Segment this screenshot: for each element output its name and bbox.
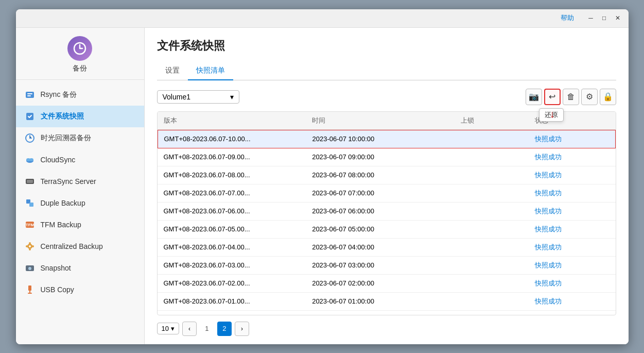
cell-version: GMT+08-2023.06.07-10.00... (164, 135, 312, 143)
cell-time: 2023-06-07 06:00:00 (312, 207, 461, 215)
sidebar-item-terrasync[interactable]: TerraSync Server (16, 171, 144, 192)
content-area: 备份 Rsync 备份 文件系统快照 (16, 28, 629, 344)
snapshot-icon (24, 262, 36, 274)
col-version: 版本 (164, 116, 312, 125)
cell-time: 2023-06-07 09:00:00 (312, 153, 461, 161)
svg-rect-24 (28, 285, 31, 291)
timemachine-label: 时光回溯器备份 (41, 133, 91, 143)
cell-time: 2023-06-07 05:00:00 (312, 225, 461, 233)
table-row[interactable]: GMT+08-2023.06.07-02.00... 2023-06-07 02… (158, 275, 616, 293)
sidebar-header: 备份 (16, 28, 144, 80)
help-button[interactable]: 帮助 (561, 13, 574, 23)
sidebar-item-cloudsync[interactable]: CloudSync (16, 149, 144, 171)
cell-time: 2023-06-07 01:00:00 (312, 297, 461, 305)
table-row[interactable]: GMT+08-2023.06.07-04.00... 2023-06-07 04… (158, 239, 616, 257)
table-row[interactable]: GMT+08-2023.06.07-09.00... 2023-06-07 09… (158, 148, 616, 166)
cell-status: 快照成功 (535, 297, 609, 306)
settings-button[interactable]: ⚙ (581, 89, 598, 105)
cell-version: GMT+08-2023.06.07-02.00... (164, 279, 312, 287)
restore-button[interactable]: ↩ ↓ 还原 (544, 89, 561, 105)
sidebar: 备份 Rsync 备份 文件系统快照 (16, 28, 145, 344)
table-row[interactable]: GMT+08-2023.06.07-10.00... 2023-06-07 10… (158, 130, 616, 148)
cell-time: 2023-06-07 04:00:00 (312, 243, 461, 251)
svg-rect-3 (27, 95, 31, 96)
table-body: GMT+08-2023.06.07-10.00... 2023-06-07 10… (158, 130, 616, 315)
sidebar-item-duple[interactable]: Duple Backup (16, 192, 144, 214)
cell-time: 2023-06-07 07:00:00 (312, 189, 461, 197)
centralized-icon (24, 241, 36, 252)
next-page-button[interactable]: › (235, 322, 249, 336)
terrasync-icon (24, 176, 36, 187)
page-2[interactable]: 2 (217, 322, 232, 336)
sidebar-item-tfm[interactable]: TFM TFM Backup (16, 214, 144, 236)
svg-rect-26 (28, 293, 32, 294)
tabs: 设置 快照清单 (157, 62, 616, 80)
cell-status: 快照成功 (535, 243, 609, 252)
cell-time: 2023-06-07 08:00:00 (312, 171, 461, 179)
close-button[interactable]: ✕ (613, 13, 622, 23)
restore-button[interactable]: □ (600, 13, 609, 23)
cell-status: 快照成功 (535, 279, 609, 288)
svg-rect-1 (26, 92, 34, 98)
lock-button[interactable]: 🔒 (600, 89, 616, 105)
svg-point-22 (28, 267, 31, 270)
cell-version: GMT+08-2023.06.07-01.00... (164, 297, 312, 305)
sidebar-item-timemachine[interactable]: 时光回溯器备份 (16, 127, 144, 149)
cloudsync-label: CloudSync (41, 156, 76, 164)
timemachine-icon (24, 132, 36, 144)
filesnapshot-icon (24, 111, 36, 122)
sidebar-item-snapshot[interactable]: Snapshot (16, 257, 144, 279)
sidebar-nav: Rsync 备份 文件系统快照 时光回溯器备份 (16, 80, 144, 344)
table-row[interactable]: GMT+08-2023.06.07-01.00... 2023-06-07 01… (158, 293, 616, 311)
svg-point-17 (29, 242, 31, 244)
volume-value: Volume1 (163, 93, 190, 101)
page-size-select[interactable]: 10 ▾ (157, 323, 179, 334)
table-row[interactable]: GMT+08-2023.06.07-07.00... 2023-06-07 07… (158, 184, 616, 203)
sidebar-item-rsync[interactable]: Rsync 备份 (16, 84, 144, 106)
rsync-icon (24, 89, 36, 100)
svg-point-18 (32, 245, 34, 247)
table-row[interactable]: GMT+08-2023.06.07-03.00... 2023-06-07 03… (158, 257, 616, 275)
duple-icon (24, 197, 36, 209)
svg-rect-12 (29, 203, 33, 207)
cell-version: GMT+08-2023.06.07-07.00... (164, 189, 312, 197)
cell-status: 快照成功 (535, 225, 609, 234)
page-size-value: 10 (162, 325, 169, 332)
volume-dropdown-icon: ▾ (230, 93, 234, 101)
cell-status: 快照成功 (535, 207, 609, 216)
svg-point-8 (29, 158, 33, 161)
snapshot-table: 版本 时间 上锁 状态 GMT+08-2023.06.07-10.00... 2… (157, 111, 616, 315)
tab-settings[interactable]: 设置 (157, 62, 188, 80)
cell-version: GMT+08-2023.06.07-06.00... (164, 207, 312, 215)
page-title: 文件系统快照 (157, 38, 616, 54)
svg-rect-23 (28, 265, 31, 266)
delete-button[interactable]: 🗑 (563, 89, 579, 105)
sidebar-item-usbcopy[interactable]: USB Copy (16, 279, 144, 300)
cell-time: 2023-06-07 02:00:00 (312, 279, 461, 287)
svg-point-20 (26, 245, 28, 247)
table-row[interactable]: GMT+08-2023.06.07-08.00... 2023-06-07 08… (158, 166, 616, 184)
sidebar-header-label: 备份 (73, 64, 87, 73)
main-window: 帮助 ─ □ ✕ 备份 (16, 9, 629, 344)
arrow-indicator: ↓ (550, 108, 555, 120)
prev-page-button[interactable]: ‹ (182, 322, 197, 336)
cell-version: GMT+08-2023.06.07-03.00... (164, 261, 312, 269)
tfm-label: TFM Backup (41, 221, 81, 229)
duple-label: Duple Backup (41, 199, 85, 207)
minimize-button[interactable]: ─ (586, 13, 596, 23)
sidebar-item-filesnapshot[interactable]: 文件系统快照 (16, 106, 144, 127)
table-row[interactable]: GMT+08-2023.06.07-05.00... 2023-06-07 05… (158, 221, 616, 239)
page-1[interactable]: 1 (200, 322, 214, 336)
tab-snaplist[interactable]: 快照清单 (188, 62, 233, 80)
svg-rect-10 (27, 180, 33, 183)
toolbar: Volume1 ▾ 📷 ↩ ↓ 还原 (157, 89, 616, 105)
table-row[interactable]: GMT+08-2023.06.07-06.00... 2023-06-07 06… (158, 203, 616, 221)
cloudsync-icon (24, 154, 36, 165)
sidebar-item-centralized[interactable]: Centralized Backup (16, 236, 144, 257)
cell-status: 快照成功 (535, 171, 609, 180)
filesnapshot-label: 文件系统快照 (41, 112, 84, 121)
cell-status: 快照成功 (535, 189, 609, 198)
cell-status: 快照成功 (535, 261, 609, 270)
volume-selector[interactable]: Volume1 ▾ (157, 90, 239, 104)
camera-button[interactable]: 📷 (526, 89, 542, 105)
